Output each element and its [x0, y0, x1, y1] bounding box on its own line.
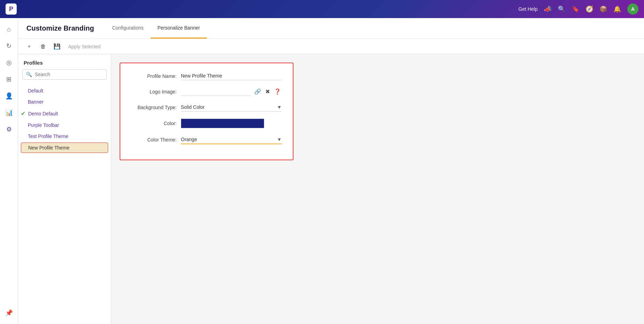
profile-item-test-profile-theme[interactable]: Test Profile Theme — [18, 131, 111, 142]
bookmark-icon[interactable]: 🔖 — [572, 5, 579, 13]
sidebar-item-users[interactable]: 👤 — [2, 89, 16, 103]
color-label: Color: — [131, 121, 177, 126]
background-type-select-wrapper: Solid Color Gradient Image ▼ — [181, 103, 282, 112]
add-button[interactable]: ＋ — [24, 41, 35, 52]
logo-row: 🔗 ✖ ❓ — [181, 87, 282, 96]
profile-item-label: Banner — [28, 99, 43, 105]
content-area: Customize Branding Configurations Person… — [18, 18, 644, 324]
profile-name-input[interactable] — [181, 72, 282, 80]
form-card: Profile Name: Logo Image: 🔗 ✖ ❓ — [120, 63, 293, 160]
sidebar-item-pin[interactable]: 📌 — [2, 306, 16, 320]
logo-help-icon[interactable]: ❓ — [273, 88, 282, 96]
search-box[interactable]: 🔍 — [22, 69, 107, 80]
compass-icon[interactable]: 🧭 — [586, 5, 593, 13]
color-row: Color: — [131, 119, 282, 128]
profile-item-label: Demo Default — [28, 111, 58, 116]
logo-image-label: Logo Image: — [131, 89, 177, 95]
background-type-row: Background Type: Solid Color Gradient Im… — [131, 103, 282, 112]
profile-item-demo-default[interactable]: ✔ Demo Default — [18, 107, 111, 120]
bell-icon[interactable]: 🔔 — [613, 5, 621, 13]
background-type-select[interactable]: Solid Color Gradient Image — [181, 103, 282, 111]
search-icon: 🔍 — [26, 72, 32, 77]
color-swatch[interactable] — [181, 119, 264, 128]
sidebar-item-reports[interactable]: 📊 — [2, 106, 16, 120]
profile-item-banner[interactable]: Banner — [18, 96, 111, 107]
page-header: Customize Branding Configurations Person… — [18, 18, 644, 39]
get-help-link[interactable]: Get Help — [518, 6, 538, 12]
sidebar-item-activity[interactable]: ↻ — [2, 39, 16, 53]
topbar-right: Get Help 📣 🔍 🔖 🧭 📦 🔔 A — [518, 3, 638, 15]
logo-clear-icon[interactable]: ✖ — [265, 88, 271, 96]
body-panels: Profiles 🔍 Default Banner ✔ Demo Default — [18, 54, 644, 324]
background-type-label: Background Type: — [131, 105, 177, 110]
profile-item-label: Test Profile Theme — [28, 133, 68, 139]
logo-image-input[interactable] — [181, 87, 251, 96]
color-theme-select[interactable]: Orange Blue Green Purple Red — [181, 135, 282, 144]
tab-personalize-banner[interactable]: Personalize Banner — [151, 18, 207, 39]
apply-selected-button[interactable]: Apply Selected — [68, 44, 100, 49]
icon-sidebar: ⌂ ↻ ◎ ⊞ 👤 📊 ⚙ 📌 — [0, 18, 18, 324]
profiles-heading: Profiles — [18, 54, 111, 69]
logo-open-icon[interactable]: 🔗 — [253, 88, 262, 96]
box-icon[interactable]: 📦 — [599, 5, 607, 13]
check-icon: ✔ — [21, 110, 25, 117]
toolbar: ＋ 🗑 💾 Apply Selected — [18, 39, 644, 54]
sidebar-item-location[interactable]: ◎ — [2, 56, 16, 70]
sidebar-item-grid[interactable]: ⊞ — [2, 72, 16, 86]
form-area: Profile Name: Logo Image: 🔗 ✖ ❓ — [111, 54, 644, 324]
profile-item-purple-toolbar[interactable]: Purple Toolbar — [18, 120, 111, 131]
profile-list: Default Banner ✔ Demo Default Purple Too… — [18, 84, 111, 324]
color-theme-label: Color Theme: — [131, 137, 177, 143]
megaphone-icon[interactable]: 📣 — [544, 5, 552, 13]
profile-item-label: Default — [28, 88, 43, 94]
save-button[interactable]: 💾 — [51, 41, 63, 52]
color-theme-select-wrapper: Orange Blue Green Purple Red ▼ — [181, 135, 282, 144]
tabs: Configurations Personalize Banner — [105, 18, 207, 39]
tab-configurations[interactable]: Configurations — [105, 18, 150, 39]
profile-item-label: Purple Toolbar — [28, 122, 59, 128]
topbar: P Get Help 📣 🔍 🔖 🧭 📦 🔔 A — [0, 0, 644, 18]
profile-item-new-profile-theme[interactable]: New Profile Theme — [21, 143, 108, 153]
sidebar-item-settings[interactable]: ⚙ — [2, 122, 16, 136]
profile-item-default[interactable]: Default — [18, 85, 111, 96]
app-logo[interactable]: P — [6, 3, 17, 15]
sidebar-item-home[interactable]: ⌂ — [2, 22, 16, 36]
search-input[interactable] — [35, 72, 103, 77]
color-theme-row: Color Theme: Orange Blue Green Purple Re… — [131, 135, 282, 144]
profile-item-label: New Profile Theme — [28, 145, 70, 151]
page-title: Customize Branding — [26, 24, 94, 32]
profile-panel: Profiles 🔍 Default Banner ✔ Demo Default — [18, 54, 111, 324]
profile-name-row: Profile Name: — [131, 72, 282, 80]
user-avatar[interactable]: A — [627, 3, 638, 15]
profile-name-label: Profile Name: — [131, 73, 177, 79]
search-icon[interactable]: 🔍 — [558, 5, 565, 13]
logo-image-row: Logo Image: 🔗 ✖ ❓ — [131, 87, 282, 96]
delete-button[interactable]: 🗑 — [38, 41, 49, 52]
